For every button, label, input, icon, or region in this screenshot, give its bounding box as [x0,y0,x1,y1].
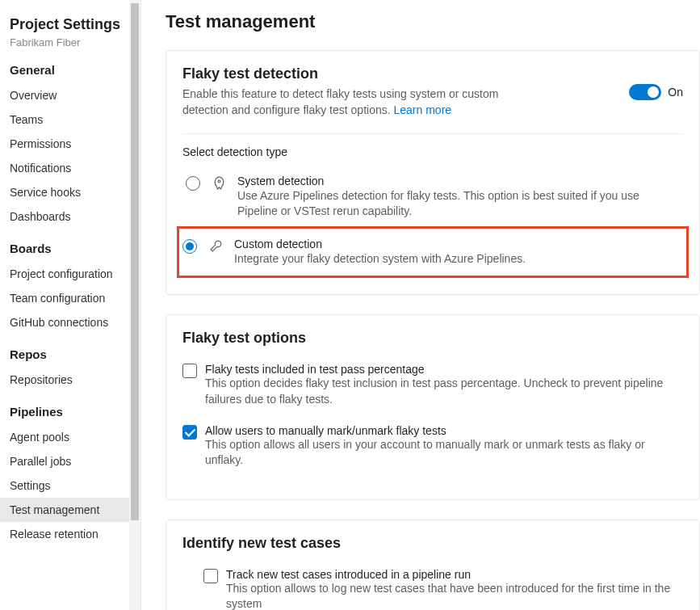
sidebar-item-permissions[interactable]: Permissions [0,132,140,156]
option-title: System detection [237,175,680,187]
sidebar: Project Settings Fabrikam Fiber GeneralO… [0,0,141,610]
toggle-knob [648,86,659,98]
checkbox-desc: This option allows all users in your acc… [205,437,683,469]
section-header: Repos [10,347,140,361]
sidebar-item-release-retention[interactable]: Release retention [0,522,140,546]
checkbox-label: Flaky tests included in test pass percen… [205,363,683,376]
flaky-toggle[interactable] [629,84,661,100]
main-content: Test management Flaky test detection Ena… [141,0,700,610]
checkbox-desc: This option allows to log new test cases… [226,581,683,610]
sidebar-item-service-hooks[interactable]: Service hooks [0,180,140,204]
sidebar-item-agent-pools[interactable]: Agent pools [0,425,140,449]
sidebar-item-test-management[interactable]: Test management [0,498,140,522]
section-header: Boards [10,242,140,255]
svg-point-0 [218,180,220,183]
project-name: Fabrikam Fiber [10,36,140,48]
flaky-detection-card: Flaky test detection Enable this feature… [166,50,700,295]
options-title: Flaky test options [182,330,683,347]
sidebar-item-teams[interactable]: Teams [0,107,140,132]
toggle-label: On [668,86,683,99]
divider [182,133,683,134]
checkbox-row: Flaky tests included in test pass percen… [182,363,683,407]
checkbox[interactable] [203,569,218,583]
page-title: Project Settings [10,16,140,33]
checkbox[interactable] [182,364,197,378]
option-desc: Integrate your flaky detection system wi… [234,251,683,267]
sidebar-item-team-configuration[interactable]: Team configuration [0,286,140,310]
detection-option-custom-detection[interactable]: Custom detectionIntegrate your flaky det… [177,226,689,279]
checkbox-row: Allow users to manually mark/unmark flak… [182,424,683,469]
scrollbar-track [129,0,140,610]
flaky-title: Flaky test detection [182,65,530,82]
identify-card: Identify new test cases Track new test c… [166,520,700,610]
sidebar-item-notifications[interactable]: Notifications [0,156,140,180]
sidebar-item-project-configuration[interactable]: Project configuration [0,262,140,286]
identify-title: Identify new test cases [182,535,683,552]
learn-more-link[interactable]: Learn more [394,103,452,116]
sidebar-item-settings[interactable]: Settings [0,473,140,498]
flaky-desc: Enable this feature to detect flaky test… [182,86,530,119]
checkbox-row: Track new test cases introduced in a pip… [203,568,683,610]
option-title: Custom detection [234,238,683,250]
sidebar-item-dashboards[interactable]: Dashboards [0,204,140,229]
sidebar-item-repositories[interactable]: Repositories [0,368,140,392]
flaky-options-card: Flaky test options Flaky tests included … [166,314,700,499]
radio-button[interactable] [186,176,200,191]
wrench-icon [208,239,223,254]
section-header: General [10,63,140,77]
sidebar-item-parallel-jobs[interactable]: Parallel jobs [0,449,140,473]
option-desc: Use Azure Pipelines detection for flaky … [237,188,680,220]
radio-button[interactable] [182,239,197,254]
checkbox-label: Allow users to manually mark/unmark flak… [205,424,683,437]
detection-type-label: Select detection type [182,145,683,158]
checkbox-desc: This option decides flaky test inclusion… [205,376,683,407]
rocket-icon [212,176,226,191]
sidebar-item-overview[interactable]: Overview [0,83,140,107]
section-header: Pipelines [10,405,140,419]
scrollbar-thumb[interactable] [131,3,139,520]
sidebar-item-github-connections[interactable]: GitHub connections [0,310,140,334]
checkbox[interactable] [182,425,197,440]
checkbox-label: Track new test cases introduced in a pip… [226,568,683,581]
detection-option-system-detection[interactable]: System detectionUse Azure Pipelines dete… [182,170,683,225]
main-title: Test management [166,11,700,32]
